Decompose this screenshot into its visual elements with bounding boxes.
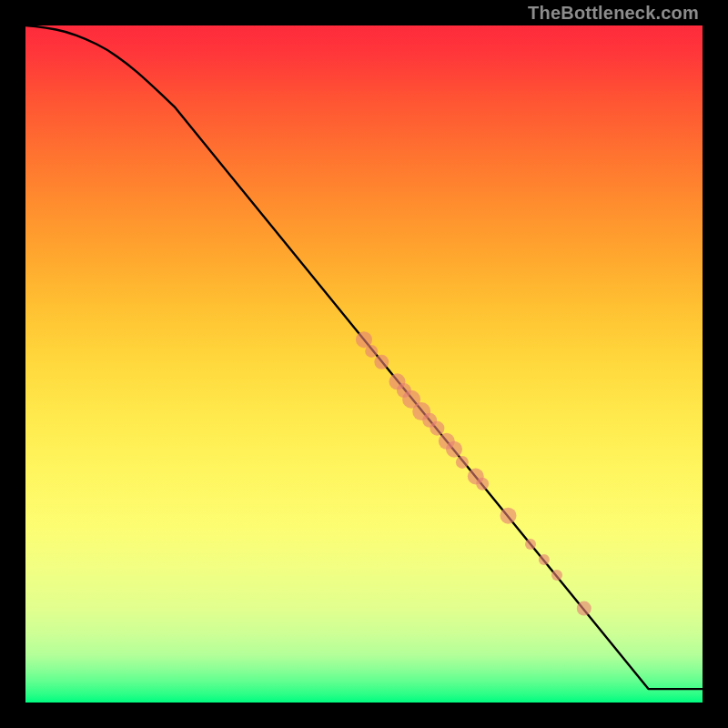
data-point <box>539 554 550 565</box>
watermark-text: TheBottleneck.com <box>528 3 699 24</box>
data-point <box>374 355 389 369</box>
plot-area <box>25 25 703 703</box>
data-point <box>525 539 536 550</box>
data-point <box>476 478 489 490</box>
curve-line <box>25 25 703 689</box>
data-point <box>446 441 462 458</box>
data-point <box>430 421 444 436</box>
chart-stage: TheBottleneck.com <box>0 0 728 728</box>
data-point <box>365 345 378 358</box>
data-point <box>456 456 469 469</box>
chart-svg <box>25 25 703 703</box>
data-point <box>577 602 592 616</box>
data-point <box>500 508 517 524</box>
data-point <box>551 570 562 581</box>
